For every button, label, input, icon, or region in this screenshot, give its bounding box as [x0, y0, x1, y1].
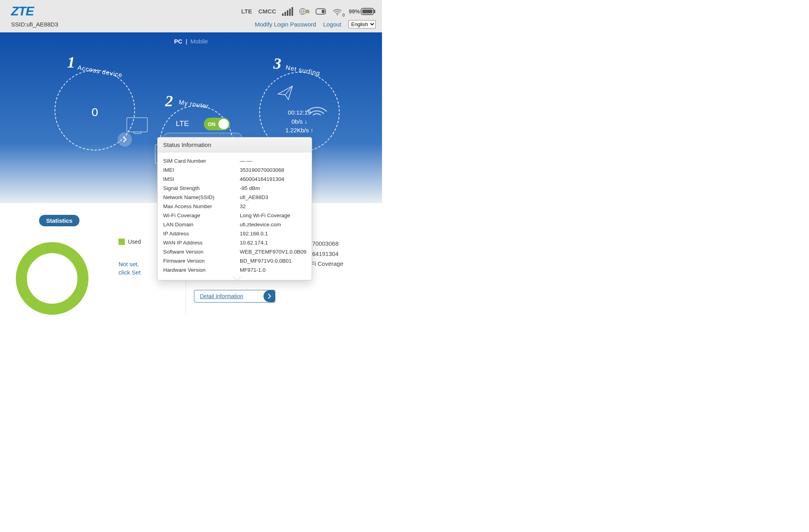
data-toggle[interactable]: ON [204, 118, 230, 130]
connection-lte-label: LTE [176, 119, 189, 128]
app-frame: ZTE LTE CMCC 0 99% [0, 0, 382, 338]
popover-body: SIM Card Number— —IMEI353190070003068IMS… [158, 152, 312, 280]
popover-row: Network Name(SSID)ufi_AE88D3 [163, 193, 306, 202]
network-type: LTE [241, 8, 252, 15]
download-rate: 0b/s ↓ [260, 117, 339, 126]
chevron-right-icon [263, 290, 275, 302]
popover-row: Software VersionWEB_ZTEMF970V1.0.0B09 [163, 247, 306, 256]
svg-rect-6 [362, 9, 373, 13]
connected-device-count: 0 [55, 105, 134, 119]
mobile-mode-link[interactable]: Mobile [190, 38, 208, 45]
upload-rate: 1.22Kb/s ↑ [260, 126, 339, 135]
access-device-arrow[interactable] [118, 132, 132, 147]
wifi-status-icon: 0 [332, 6, 342, 17]
traffic-stats: 00:12:19 0b/s ↓ 1.22Kb/s ↑ [260, 108, 339, 135]
popover-row: LAN Domainufi.ztedevice.com [163, 220, 306, 229]
globe-traffic-icon [299, 6, 309, 17]
view-mode-switch: PC | Mobile [0, 32, 382, 47]
battery-group: 99% [349, 8, 376, 15]
status-tray: LTE CMCC 0 99% [241, 6, 376, 17]
battery-percent: 99% [349, 8, 360, 15]
toggle-state: ON [208, 121, 216, 127]
popover-row: Wi-Fi CoverageLong Wi-Fi Coverage [163, 211, 306, 220]
language-select[interactable]: English [348, 20, 376, 28]
popover-row: Firmware VersionBD_MF971V0.0.0B01 [163, 256, 306, 265]
step-3-number: 3 [273, 54, 281, 73]
popover-row: IP Address192.168.0.1 [163, 229, 306, 238]
pc-mode-link[interactable]: PC [174, 38, 182, 45]
monitor-icon [126, 117, 148, 132]
wifi-client-count: 0 [342, 13, 345, 17]
step-1-number: 1 [67, 53, 75, 71]
status-info-popover: Status Information SIM Card Number— —IME… [157, 137, 312, 280]
popover-row: IMEI353190070003068 [163, 165, 306, 175]
svg-point-3 [337, 14, 338, 15]
signal-icon [282, 6, 293, 17]
uptime-value: 00:12:19 [260, 108, 339, 117]
popover-title: Status Information [158, 137, 312, 152]
popover-row: Signal Strength-95 dBm [163, 184, 306, 193]
battery-icon [361, 8, 376, 15]
paper-plane-icon [277, 84, 294, 101]
detail-information-button[interactable]: Detail Information [194, 290, 275, 303]
operator-name: CMCC [258, 8, 276, 15]
popover-row: IMSI460004164191304 [163, 175, 306, 184]
header-bar: ZTE LTE CMCC 0 99% [0, 0, 382, 32]
sim-icon [316, 6, 326, 17]
logout-link[interactable]: Logout [323, 21, 341, 28]
popover-row: Max Access Number32 [163, 202, 306, 211]
brand-logo: ZTE [11, 4, 34, 19]
legend-used-swatch [119, 239, 125, 245]
ssid-label: SSID:ufi_AE88D3 [11, 21, 58, 28]
popover-row: WAN IP Address10.62.174.1 [163, 238, 306, 247]
popover-row: Hardware VersionMF971-1.0 [163, 265, 306, 274]
statistics-title: Statistics [39, 215, 80, 226]
svg-rect-5 [374, 10, 375, 13]
popover-row: SIM Card Number— — [163, 156, 306, 165]
modify-password-link[interactable]: Modify Login Password [255, 21, 316, 28]
step-2-number: 2 [165, 92, 173, 110]
svg-rect-2 [322, 9, 325, 13]
usage-donut-chart [16, 242, 88, 315]
